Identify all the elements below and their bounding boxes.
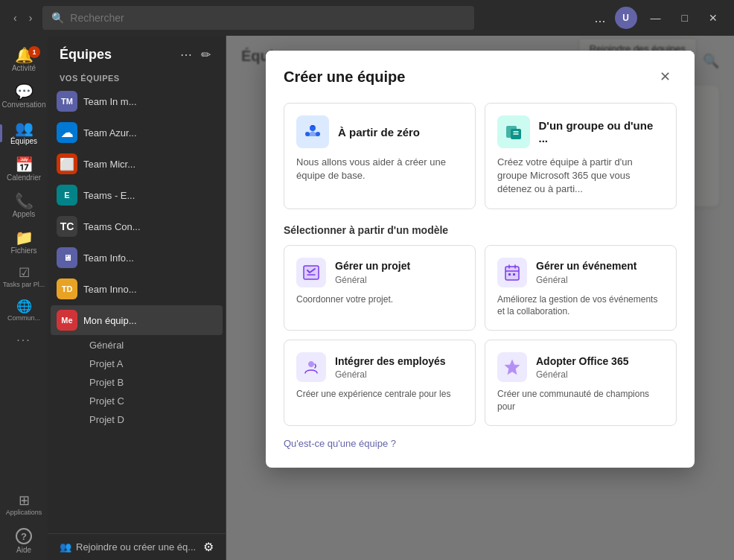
template-name-1: Gérer un événement	[536, 259, 636, 273]
what-is-team-link[interactable]: Qu'est-ce qu'une équipe ?	[284, 438, 396, 449]
team-item-6[interactable]: TD Team Inno...	[51, 274, 223, 304]
forward-button[interactable]: ›	[25, 9, 37, 27]
template-card-0[interactable]: Gérer un projet Général Coordonner votre…	[284, 245, 476, 331]
template-icon-3	[497, 352, 527, 382]
edit-button[interactable]: ✏	[198, 45, 214, 65]
team-item-0[interactable]: TM Team In m...	[51, 86, 223, 116]
template-desc-2: Créer une expérience centrale pour les	[296, 388, 463, 401]
sidebar-item-calendar[interactable]: 📅 Calendrier	[0, 151, 48, 188]
teams-label: Équipes	[10, 137, 37, 145]
template-card-3[interactable]: Adopter Office 365 Général Créer une com…	[485, 340, 677, 426]
svg-rect-10	[508, 273, 511, 276]
team-item-2[interactable]: ⬜ Team Micr...	[51, 149, 223, 179]
calls-icon: 📞	[15, 194, 33, 209]
search-icon: 🔍	[51, 12, 64, 24]
sidebar-item-activity[interactable]: 🔔 1 Activité	[0, 42, 48, 78]
sidebar-item-chat[interactable]: 💬 Conversation	[0, 78, 48, 115]
team-item-3[interactable]: E Teams - E...	[51, 180, 223, 210]
template-card-2[interactable]: Intégrer des employés Général Créer une …	[284, 340, 476, 426]
channel-item-projet-c[interactable]: Projet C	[51, 392, 223, 410]
files-icon: 📁	[15, 230, 33, 245]
sidebar-item-apps[interactable]: ⊞ Applications	[0, 488, 48, 522]
team-item-4[interactable]: TC Teams Con...	[51, 211, 223, 241]
close-button[interactable]: ✕	[701, 9, 725, 27]
team-avatar-7: Me	[57, 310, 77, 331]
option-card-from-scratch[interactable]: À partir de zéro Nous allons vous aider …	[284, 103, 476, 209]
modal-body: À partir de zéro Nous allons vous aider …	[266, 97, 695, 468]
top-right-controls: ... U — □ ✕	[592, 7, 725, 29]
modal-create-team: Créer une équipe ✕	[266, 51, 695, 468]
search-input[interactable]	[70, 12, 465, 24]
sidebar-item-calls[interactable]: 📞 Appels	[0, 188, 48, 224]
option-card-header-1: D'un groupe ou d'une ...	[497, 115, 664, 148]
sidebar-item-tasks[interactable]: ☑ Tasks par Pl...	[0, 261, 48, 294]
svg-rect-11	[513, 273, 515, 276]
filter-button[interactable]: ⋯	[177, 45, 195, 65]
option-card-header-0: À partir de zéro	[296, 115, 463, 148]
option-desc-scratch: Nous allons vous aider à créer une équip…	[296, 156, 463, 182]
template-desc-1: Améliorez la gestion de vos événements e…	[497, 293, 664, 319]
back-button[interactable]: ‹	[9, 9, 22, 27]
option-icon-scratch	[296, 115, 329, 148]
template-info-3: Adopter Office 365 Général	[536, 354, 628, 380]
team-item-5[interactable]: 🖥 Team Info...	[51, 243, 223, 273]
left-panel-actions: ⋯ ✏	[177, 45, 214, 65]
sidebar-item-help[interactable]: ? Aide	[0, 522, 48, 560]
help-icon: ?	[16, 528, 32, 544]
template-tag-0: Général	[335, 275, 410, 285]
chat-label: Conversation	[2, 101, 46, 109]
team-name-1: Team Azur...	[83, 127, 137, 139]
sidebar-item-teams[interactable]: 👥 Équipes	[0, 115, 48, 151]
team-name-0: Team In m...	[83, 96, 137, 107]
team-name-6: Team Inno...	[83, 284, 137, 295]
svg-rect-8	[505, 267, 519, 280]
maximize-button[interactable]: □	[674, 9, 695, 27]
template-desc-0: Coordonner votre projet.	[296, 293, 463, 306]
team-avatar-5: 🖥	[57, 247, 77, 268]
sidebar-item-more[interactable]: ···	[0, 328, 48, 353]
template-cards: Gérer un projet Général Coordonner votre…	[284, 245, 677, 426]
modal-close-button[interactable]: ✕	[654, 66, 677, 88]
avatar[interactable]: U	[615, 7, 637, 29]
team-avatar-1: ☁	[57, 122, 77, 143]
modal-overlay: Créer une équipe ✕	[226, 36, 734, 560]
svg-rect-6	[304, 266, 319, 279]
team-item-1[interactable]: ☁ Team Azur...	[51, 118, 223, 147]
template-desc-3: Créer une communauté de champions pour	[497, 388, 664, 413]
team-item-7[interactable]: Me Mon équip...	[51, 305, 223, 335]
template-tag-2: Général	[335, 369, 446, 380]
option-card-from-group[interactable]: D'un groupe ou d'une ... Créez votre équ…	[485, 103, 677, 209]
option-title-scratch: À partir de zéro	[338, 126, 420, 139]
calendar-icon: 📅	[15, 157, 33, 172]
svg-rect-3	[311, 125, 314, 127]
tasks-label: Tasks par Pl...	[3, 281, 45, 288]
calls-label: Appels	[13, 210, 36, 218]
apps-label: Applications	[6, 509, 42, 516]
activity-label: Activité	[12, 64, 36, 72]
sidebar-item-community[interactable]: 🌐 Commun...	[0, 294, 48, 328]
section-label-your-teams: Vos équipes	[48, 68, 226, 86]
more-options-button[interactable]: ...	[592, 7, 609, 29]
join-create-link[interactable]: 👥 Rejoindre ou créer une éq...	[60, 541, 196, 553]
template-info-1: Gérer un événement Général	[536, 259, 636, 284]
channel-item-general[interactable]: Général	[51, 337, 223, 354]
template-name-0: Gérer un projet	[335, 259, 410, 273]
main-layout: 🔔 1 Activité 💬 Conversation 👥 Équipes 📅 …	[0, 36, 734, 560]
top-bar: ‹ › 🔍 ... U — □ ✕	[0, 0, 734, 36]
team-name-4: Teams Con...	[83, 221, 141, 232]
template-card-header-1: Gérer un événement Général	[497, 258, 664, 287]
join-label: Rejoindre ou créer une éq...	[76, 541, 196, 553]
activity-badge: 1	[28, 46, 40, 58]
help-label: Aide	[16, 546, 31, 554]
apps-icon: ⊞	[19, 494, 30, 507]
channel-item-projet-b[interactable]: Projet B	[51, 374, 223, 391]
community-icon: 🌐	[16, 300, 32, 313]
sidebar-item-files[interactable]: 📁 Fichiers	[0, 224, 48, 261]
minimize-button[interactable]: —	[643, 9, 668, 27]
template-info-2: Intégrer des employés Général	[335, 354, 446, 380]
template-card-1[interactable]: Gérer un événement Général Améliorez la …	[485, 245, 677, 331]
settings-icon[interactable]: ⚙	[203, 540, 214, 554]
channel-item-projet-d[interactable]: Projet D	[51, 411, 223, 428]
channel-item-projet-a[interactable]: Projet A	[51, 355, 223, 372]
team-avatar-4: TC	[57, 216, 77, 237]
